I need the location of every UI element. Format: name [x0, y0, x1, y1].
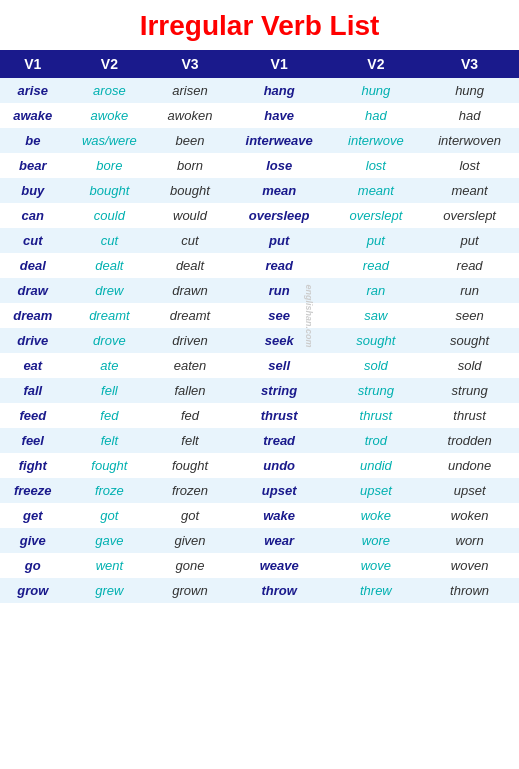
cell-3-4: lost — [332, 153, 421, 178]
cell-4-0: buy — [0, 178, 66, 203]
cell-13-5: thrust — [420, 403, 519, 428]
table-row: eatateeatensellsoldsold — [0, 353, 519, 378]
cell-19-4: wove — [332, 553, 421, 578]
cell-8-0: draw — [0, 278, 66, 303]
cell-19-5: woven — [420, 553, 519, 578]
cell-1-2: awoken — [153, 103, 227, 128]
cell-18-1: gave — [66, 528, 154, 553]
cell-19-2: gone — [153, 553, 227, 578]
table-row: feelfeltfelttreadtrodtrodden — [0, 428, 519, 453]
table-header: V1 V2 V3 V1 V2 V3 — [0, 50, 519, 78]
page-title: Irregular Verb List — [0, 0, 519, 50]
cell-1-5: had — [420, 103, 519, 128]
cell-14-5: trodden — [420, 428, 519, 453]
cell-10-5: sought — [420, 328, 519, 353]
cell-8-5: run — [420, 278, 519, 303]
cell-10-2: driven — [153, 328, 227, 353]
cell-16-5: upset — [420, 478, 519, 503]
cell-11-5: sold — [420, 353, 519, 378]
cell-11-3: sell — [227, 353, 332, 378]
cell-12-2: fallen — [153, 378, 227, 403]
cell-7-0: deal — [0, 253, 66, 278]
cell-7-2: dealt — [153, 253, 227, 278]
cell-4-4: meant — [332, 178, 421, 203]
table-row: givegavegivenwearworeworn — [0, 528, 519, 553]
cell-14-1: felt — [66, 428, 154, 453]
cell-2-5: interwoven — [420, 128, 519, 153]
cell-16-2: frozen — [153, 478, 227, 503]
cell-10-0: drive — [0, 328, 66, 353]
cell-5-4: overslept — [332, 203, 421, 228]
cell-13-1: fed — [66, 403, 154, 428]
cell-4-2: bought — [153, 178, 227, 203]
table-row: cutcutcutputputput — [0, 228, 519, 253]
cell-15-1: fought — [66, 453, 154, 478]
cell-12-0: fall — [0, 378, 66, 403]
cell-18-3: wear — [227, 528, 332, 553]
cell-17-1: got — [66, 503, 154, 528]
cell-5-1: could — [66, 203, 154, 228]
cell-5-3: oversleep — [227, 203, 332, 228]
cell-13-2: fed — [153, 403, 227, 428]
cell-8-2: drawn — [153, 278, 227, 303]
cell-0-1: arose — [66, 78, 154, 103]
col-header-v2-2: V2 — [332, 50, 421, 78]
cell-11-1: ate — [66, 353, 154, 378]
cell-5-5: overslept — [420, 203, 519, 228]
cell-12-5: strung — [420, 378, 519, 403]
cell-1-1: awoke — [66, 103, 154, 128]
cell-14-0: feel — [0, 428, 66, 453]
cell-2-0: be — [0, 128, 66, 153]
col-header-v3: V3 — [153, 50, 227, 78]
cell-7-5: read — [420, 253, 519, 278]
cell-9-4: saw — [332, 303, 421, 328]
cell-17-4: woke — [332, 503, 421, 528]
cell-17-3: wake — [227, 503, 332, 528]
table-row: bearborebornloselostlost — [0, 153, 519, 178]
cell-15-0: fight — [0, 453, 66, 478]
cell-18-0: give — [0, 528, 66, 553]
cell-3-2: born — [153, 153, 227, 178]
col-header-v2: V2 — [66, 50, 154, 78]
table-row: awakeawokeawokenhavehadhad — [0, 103, 519, 128]
cell-20-3: throw — [227, 578, 332, 603]
table-row: arisearosearisenhanghunghung — [0, 78, 519, 103]
cell-9-3: englishan.comsee — [227, 303, 332, 328]
table-row: feedfedfedthrustthrustthrust — [0, 403, 519, 428]
table-row: fallfellfallenstringstrungstrung — [0, 378, 519, 403]
cell-2-3: interweave — [227, 128, 332, 153]
table-row: buyboughtboughtmeanmeantmeant — [0, 178, 519, 203]
cell-8-1: drew — [66, 278, 154, 303]
cell-12-4: strung — [332, 378, 421, 403]
table-row: fightfoughtfoughtundoundidundone — [0, 453, 519, 478]
cell-17-2: got — [153, 503, 227, 528]
cell-0-5: hung — [420, 78, 519, 103]
cell-17-5: woken — [420, 503, 519, 528]
cell-15-5: undone — [420, 453, 519, 478]
cell-1-0: awake — [0, 103, 66, 128]
cell-20-5: thrown — [420, 578, 519, 603]
cell-1-4: had — [332, 103, 421, 128]
cell-15-4: undid — [332, 453, 421, 478]
cell-5-2: would — [153, 203, 227, 228]
cell-11-0: eat — [0, 353, 66, 378]
cell-14-2: felt — [153, 428, 227, 453]
cell-4-3: mean — [227, 178, 332, 203]
cell-3-0: bear — [0, 153, 66, 178]
cell-15-3: undo — [227, 453, 332, 478]
cell-0-0: arise — [0, 78, 66, 103]
table-row: growgrewgrownthrowthrewthrown — [0, 578, 519, 603]
cell-19-0: go — [0, 553, 66, 578]
cell-13-4: thrust — [332, 403, 421, 428]
cell-18-5: worn — [420, 528, 519, 553]
cell-12-1: fell — [66, 378, 154, 403]
cell-4-5: meant — [420, 178, 519, 203]
cell-10-3: seek — [227, 328, 332, 353]
cell-2-1: was/were — [66, 128, 154, 153]
cell-6-4: put — [332, 228, 421, 253]
table-body: arisearosearisenhanghunghungawakeawokeaw… — [0, 78, 519, 603]
cell-13-0: feed — [0, 403, 66, 428]
cell-16-4: upset — [332, 478, 421, 503]
table-row: dealdealtdealtreadreadread — [0, 253, 519, 278]
cell-1-3: have — [227, 103, 332, 128]
